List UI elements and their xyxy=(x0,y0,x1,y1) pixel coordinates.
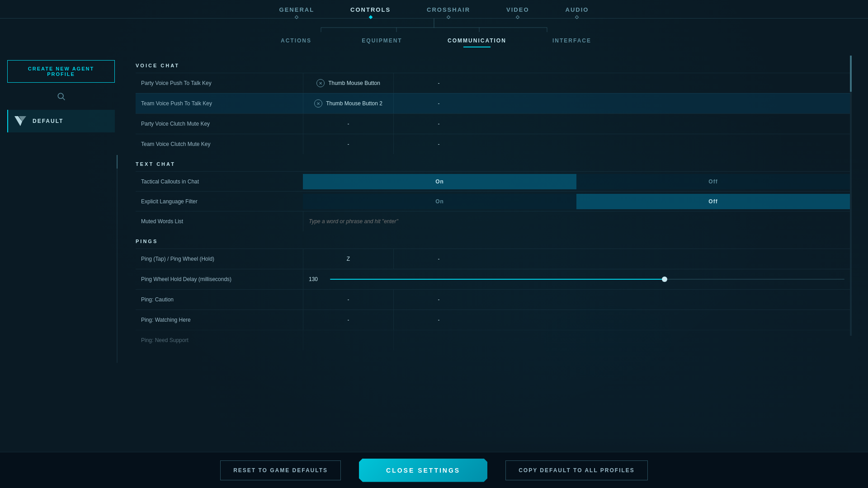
slider-thumb[interactable] xyxy=(662,277,667,282)
sidebar-scroll-thumb[interactable] xyxy=(117,155,118,169)
main-layout: CREATE NEW AGENT PROFILE DEFAULT VOICE C… xyxy=(0,51,868,485)
row-party-clutch-mute: Party Voice Clutch Mute Key - - xyxy=(136,113,850,134)
text-chat-title: TEXT CHAT xyxy=(136,154,850,171)
row-ping-tap-hold: Ping (Tap) / Ping Wheel (Hold) Z - xyxy=(136,249,850,269)
subtab-equipment[interactable]: EQUIPMENT xyxy=(339,32,425,51)
content-area: VOICE CHAT Party Voice Push To Talk Key … xyxy=(122,51,868,485)
search-icon xyxy=(57,92,66,101)
tab-controls[interactable]: CONTROLS xyxy=(350,6,391,19)
row-ping-watching: Ping: Watching Here - - xyxy=(136,310,850,330)
subtab-actions-line xyxy=(283,47,310,47)
subtab-actions[interactable]: ACTIONS xyxy=(253,32,339,51)
tactical-callouts-label: Tactical Callouts in Chat xyxy=(136,178,303,185)
ping-caution-label: Ping: Caution xyxy=(136,296,303,303)
tab-general-dot xyxy=(295,15,298,19)
subtab-equipment-line xyxy=(368,47,396,47)
tab-audio-dot xyxy=(575,15,579,19)
team-voice-push-val1[interactable]: ✕ Thumb Mouse Button 2 xyxy=(303,94,393,113)
ping-watching-val1[interactable]: - xyxy=(303,310,393,330)
ping-tap-hold-val1[interactable]: Z xyxy=(303,249,393,269)
ping-watching-val2[interactable]: - xyxy=(393,310,484,330)
row-ping-need-support: Ping: Need Support xyxy=(136,330,850,350)
explicit-filter-label: Explicit Language Filter xyxy=(136,198,303,205)
slider-container: 130 xyxy=(309,276,844,282)
bottom-bar: RESET TO GAME DEFAULTS CLOSE SETTINGS CO… xyxy=(0,452,868,488)
subtab-communication-line xyxy=(463,47,491,47)
copy-default-button[interactable]: COPY DEFAULT TO ALL PROFILES xyxy=(505,460,648,480)
tab-crosshair-dot xyxy=(447,15,450,19)
tab-video[interactable]: VIDEO xyxy=(506,6,529,19)
party-clutch-mute-val2[interactable]: - xyxy=(393,114,484,134)
close-binding-icon[interactable]: ✕ xyxy=(316,79,325,87)
pings-title: PINGS xyxy=(136,231,850,249)
row-tactical-callouts: Tactical Callouts in Chat On Off xyxy=(136,171,850,191)
ping-need-support-val2[interactable] xyxy=(393,330,484,350)
explicit-filter-toggle: On Off xyxy=(303,194,850,209)
top-nav: GENERAL CONTROLS CROSSHAIR VIDEO AUDIO xyxy=(0,0,868,19)
row-team-voice-push: Team Voice Push To Talk Key ✕ Thumb Mous… xyxy=(136,93,850,113)
close-binding-icon-2[interactable]: ✕ xyxy=(314,99,322,108)
party-clutch-mute-val1[interactable]: - xyxy=(303,114,393,134)
svg-point-6 xyxy=(58,93,63,99)
row-muted-words: Muted Words List xyxy=(136,211,850,231)
sub-nav: ACTIONS EQUIPMENT COMMUNICATION INTERFAC… xyxy=(0,32,868,51)
ping-wheel-delay-slider: 130 xyxy=(303,269,850,289)
ping-watching-label: Ping: Watching Here xyxy=(136,317,303,323)
team-clutch-mute-val1[interactable]: - xyxy=(303,134,393,154)
sidebar-scroll-track xyxy=(117,155,118,363)
sidebar: CREATE NEW AGENT PROFILE DEFAULT xyxy=(0,51,122,485)
sub-nav-connector-svg xyxy=(276,19,592,32)
party-voice-push-label: Party Voice Push To Talk Key xyxy=(136,80,303,86)
ping-wheel-delay-label: Ping Wheel Hold Delay (milliseconds) xyxy=(136,276,303,282)
tab-crosshair[interactable]: CROSSHAIR xyxy=(427,6,470,19)
row-explicit-filter: Explicit Language Filter On Off xyxy=(136,191,850,211)
close-settings-button[interactable]: CLOSE SETTINGS xyxy=(359,459,487,482)
row-team-clutch-mute: Team Voice Clutch Mute Key - - xyxy=(136,134,850,154)
ping-caution-val2[interactable]: - xyxy=(393,290,484,310)
create-profile-button[interactable]: CREATE NEW AGENT PROFILE xyxy=(7,60,115,83)
team-clutch-mute-label: Team Voice Clutch Mute Key xyxy=(136,141,303,147)
team-voice-push-val2[interactable]: - xyxy=(393,94,484,113)
team-voice-push-label: Team Voice Push To Talk Key xyxy=(136,100,303,107)
muted-words-input-container xyxy=(303,211,850,231)
profile-icon xyxy=(14,114,27,128)
svg-line-7 xyxy=(63,98,65,100)
row-ping-caution: Ping: Caution - - xyxy=(136,289,850,310)
party-clutch-mute-label: Party Voice Clutch Mute Key xyxy=(136,121,303,127)
subtab-interface[interactable]: INTERFACE xyxy=(529,32,615,51)
party-voice-push-val2[interactable]: - xyxy=(393,73,484,93)
row-ping-wheel-delay: Ping Wheel Hold Delay (milliseconds) 130 xyxy=(136,269,850,289)
voice-chat-title: VOICE CHAT xyxy=(136,56,850,73)
search-button[interactable] xyxy=(7,88,115,104)
party-voice-push-val1[interactable]: ✕ Thumb Mouse Button xyxy=(303,73,393,93)
slider-track[interactable] xyxy=(330,279,844,280)
explicit-filter-on[interactable]: On xyxy=(303,194,576,209)
settings-panel: VOICE CHAT Party Voice Push To Talk Key … xyxy=(136,56,850,462)
tactical-callouts-off[interactable]: Off xyxy=(576,174,850,189)
ping-tap-hold-val2[interactable]: - xyxy=(393,249,484,269)
row-party-voice-push: Party Voice Push To Talk Key ✕ Thumb Mou… xyxy=(136,73,850,93)
tactical-callouts-on[interactable]: On xyxy=(303,174,576,189)
muted-words-label: Muted Words List xyxy=(136,218,303,225)
subtab-interface-line xyxy=(558,47,585,47)
ping-need-support-val1[interactable] xyxy=(303,330,393,350)
explicit-filter-off[interactable]: Off xyxy=(576,194,850,209)
scrollbar-thumb[interactable] xyxy=(850,56,852,92)
profile-item-default[interactable]: DEFAULT xyxy=(7,110,115,132)
ping-need-support-label: Ping: Need Support xyxy=(136,337,303,343)
ping-caution-val1[interactable]: - xyxy=(303,290,393,310)
muted-words-input[interactable] xyxy=(309,218,844,225)
tab-general[interactable]: GENERAL xyxy=(279,6,315,19)
tactical-callouts-toggle: On Off xyxy=(303,174,850,189)
ping-tap-hold-label: Ping (Tap) / Ping Wheel (Hold) xyxy=(136,256,303,262)
scrollbar-track xyxy=(850,56,852,336)
tab-video-dot xyxy=(516,15,519,19)
tab-audio[interactable]: AUDIO xyxy=(566,6,589,19)
slider-fill xyxy=(330,279,665,280)
slider-value: 130 xyxy=(309,276,325,282)
reset-defaults-button[interactable]: RESET TO GAME DEFAULTS xyxy=(220,460,341,480)
subtab-communication[interactable]: COMMUNICATION xyxy=(425,32,529,51)
team-clutch-mute-val2[interactable]: - xyxy=(393,134,484,154)
tab-controls-dot xyxy=(368,15,372,19)
